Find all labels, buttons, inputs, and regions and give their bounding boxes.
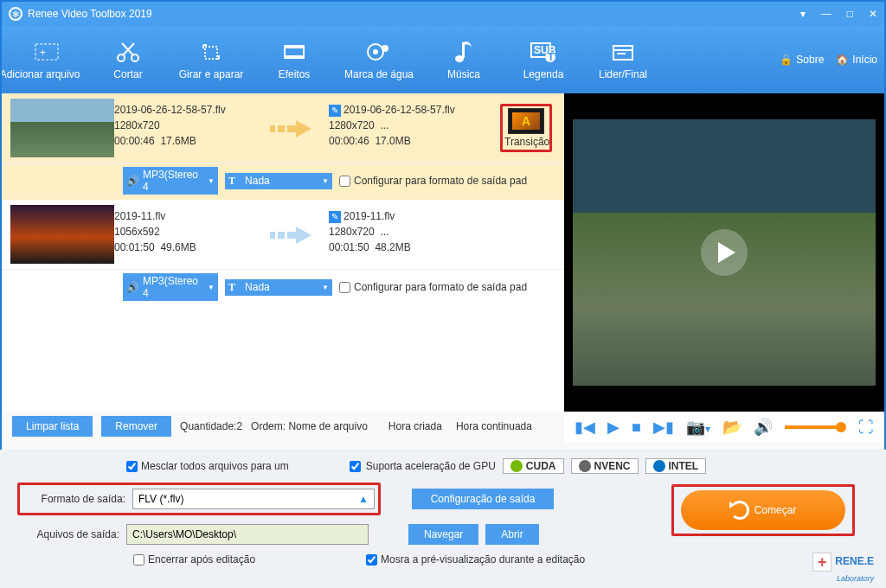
svg-rect-0	[35, 44, 58, 60]
toolbar-rotate-crop[interactable]: Girar e aparar	[168, 39, 254, 80]
close-button[interactable]: ✕	[869, 8, 877, 20]
start-button[interactable]: Começar	[681, 490, 845, 530]
edit-icon[interactable]: ✎	[329, 211, 341, 223]
refresh-icon	[730, 501, 749, 520]
svg-text:+: +	[40, 47, 46, 59]
show-preview-checkbox[interactable]: Mosra a pré-visualização durante a edita…	[366, 553, 585, 566]
play-overlay-button[interactable]	[701, 229, 748, 276]
file-row[interactable]: 2019-11.flv 1056x592 00:01:50 49.6MB ✎20…	[2, 200, 564, 270]
app-title: Renee Video Toolbox 2019	[28, 8, 152, 20]
edit-icon[interactable]: ✎	[329, 105, 341, 117]
toolbar-leader-final[interactable]: Lider/Final	[583, 39, 663, 80]
intel-badge: INTEL	[645, 458, 707, 474]
fullscreen-button[interactable]: ⛶	[858, 419, 874, 437]
scissors-icon	[113, 39, 143, 65]
file-output-info: ✎2019-11.flv 1280x720 ... 00:01:50 48.2M…	[329, 205, 485, 255]
transition-icon	[508, 108, 544, 134]
speaker-icon: 🔊	[126, 175, 139, 187]
file-row-chips: 🔊MP3(Stereo 4▼ T Nada▼ Configurar para f…	[2, 270, 564, 306]
toolbar-watermark[interactable]: Marca de água	[334, 39, 424, 80]
home-icon: 🏠	[836, 54, 849, 66]
main-area: 2019-06-26-12-58-57.flv 1280x720 00:00:4…	[2, 93, 884, 412]
text-chip[interactable]: T Nada▼	[225, 279, 332, 296]
main-toolbar: + Adicionar arquivo Cortar Girar e apara…	[2, 26, 884, 93]
video-preview	[564, 93, 884, 412]
crop-icon	[196, 39, 226, 65]
file-row[interactable]: 2019-06-26-12-58-57.flv 1280x720 00:00:4…	[2, 93, 564, 163]
svg-rect-21	[278, 125, 285, 132]
svg-rect-4	[205, 47, 217, 59]
toolbar-add-file[interactable]: + Adicionar arquivo	[9, 39, 88, 80]
speaker-icon: 🔊	[126, 281, 139, 293]
svg-rect-20	[270, 125, 275, 132]
file-input-info: 2019-11.flv 1056x592 00:01:50 49.6MB	[114, 205, 254, 255]
padding-checkbox[interactable]: Configurar para formato de saída pad	[339, 281, 527, 293]
minimize-button[interactable]: ―	[821, 8, 831, 20]
audio-chip[interactable]: 🔊MP3(Stereo 4▼	[123, 167, 218, 195]
sort-created[interactable]: Hora criada	[388, 420, 442, 432]
next-button[interactable]: ▶▮	[653, 418, 674, 437]
open-folder-button[interactable]: 📂	[722, 418, 742, 437]
volume-slider[interactable]	[785, 425, 842, 429]
maximize-button[interactable]: □	[847, 8, 853, 20]
chevron-up-icon: ▲	[358, 493, 369, 505]
home-link[interactable]: 🏠Início	[836, 54, 877, 66]
output-path-field[interactable]: C:\Users\MO\Desktop\	[126, 524, 369, 545]
window-buttons: ▾ ― □ ✕	[800, 8, 877, 20]
browse-button[interactable]: Navegar	[408, 524, 478, 545]
toolbar-effects[interactable]: Efeitos	[254, 39, 334, 80]
play-button[interactable]: ▶	[607, 418, 620, 437]
sort-continued[interactable]: Hora continuada	[456, 420, 532, 432]
open-button[interactable]: Abrir	[485, 524, 538, 545]
output-path-label: Aquivos de saída:	[17, 528, 119, 540]
toolbar-music[interactable]: Música	[424, 39, 504, 80]
volume-button[interactable]: 🔊	[754, 418, 773, 437]
format-label: Formato de saída:	[23, 493, 125, 505]
file-row-chips: 🔊MP3(Stereo 4▼ T Nada▼ Configurar para f…	[2, 163, 564, 200]
order-label: Ordem: Nome de arquivo	[251, 420, 368, 432]
arrow-icon	[270, 222, 313, 248]
cuda-badge: CUDA	[503, 458, 564, 474]
svg-rect-22	[287, 125, 296, 132]
file-output-info: ✎2019-06-26-12-58-57.flv 1280x720 ... 00…	[329, 99, 485, 149]
output-config-button[interactable]: Configuração de saída	[412, 489, 554, 509]
svg-rect-6	[285, 46, 304, 48]
prev-button[interactable]: ▮◀	[575, 418, 595, 437]
svg-marker-27	[296, 227, 311, 244]
preview-controls: ▮◀ ▶ ■ ▶▮ 📷▾ 📂 🔊 ⛶	[564, 412, 884, 443]
plus-icon: +	[812, 553, 831, 572]
app-logo-icon: ✻	[9, 7, 22, 21]
clear-list-button[interactable]: Limpar lista	[12, 416, 93, 437]
text-chip[interactable]: T Nada▼	[225, 173, 332, 189]
output-format-group: Formato de saída: FLV (*.flv) ▲	[17, 483, 381, 515]
lock-icon: 🔒	[780, 54, 793, 66]
merge-checkbox[interactable]: Mesclar todos arquivos para um	[126, 460, 289, 472]
chevron-down-icon: ▼	[208, 177, 215, 185]
svg-rect-7	[285, 55, 304, 58]
transition-button[interactable]: Transição	[500, 104, 552, 152]
close-after-checkbox[interactable]: Encerrar após editação	[133, 553, 255, 566]
subtitle-icon: SUBT	[529, 39, 558, 65]
film-icon	[279, 39, 309, 65]
about-link[interactable]: 🔒Sobre	[780, 54, 824, 66]
padding-checkbox[interactable]: Configurar para formato de saída pad	[339, 175, 527, 187]
toolbar-subtitle[interactable]: SUBT Legenda	[504, 39, 583, 80]
chevron-down-icon: ▼	[208, 284, 215, 291]
remove-button[interactable]: Remover	[101, 416, 171, 437]
gpu-checkbox[interactable]: Suporta aceleração de GPU	[350, 460, 496, 472]
chevron-down-icon: ▼	[322, 284, 329, 291]
snapshot-button[interactable]: 📷▾	[686, 418, 710, 437]
music-icon	[449, 39, 478, 65]
dropdown-icon[interactable]: ▾	[800, 8, 806, 20]
svg-point-9	[373, 49, 378, 54]
file-thumbnail	[10, 205, 114, 264]
audio-chip[interactable]: 🔊MP3(Stereo 4▼	[123, 273, 218, 301]
format-combobox[interactable]: FLV (*.flv) ▲	[132, 489, 375, 509]
stop-button[interactable]: ■	[632, 419, 641, 437]
toolbar-cut[interactable]: Cortar	[88, 39, 168, 80]
svg-rect-24	[270, 232, 275, 239]
file-input-info: 2019-06-26-12-58-57.flv 1280x720 00:00:4…	[114, 99, 254, 149]
add-file-icon: +	[34, 39, 63, 65]
quantity-label: Quantidade:2	[180, 420, 242, 432]
titlebar: ✻ Renee Video Toolbox 2019 ▾ ― □ ✕	[2, 2, 884, 26]
